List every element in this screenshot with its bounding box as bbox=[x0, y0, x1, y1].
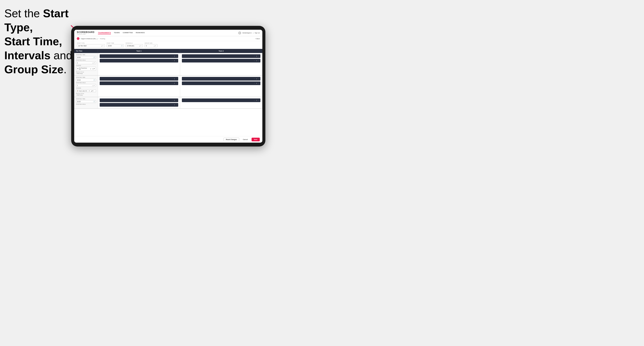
table-header: Tee Time Team 1 Team 2 bbox=[74, 49, 262, 53]
group-1-team1-cell: ··· ✕ ⋮ ··· ✕ ⋮ bbox=[98, 53, 180, 75]
group-1-add-link[interactable]: + Add Group bbox=[76, 73, 96, 74]
group-1-clock-icon: 🕐 bbox=[94, 57, 95, 58]
group-2-team1-cell: ··· ✕ ⋮ ··· ✕ ⋮ bbox=[98, 76, 180, 97]
group-1-left: STARTING TIME: 10:00 🕐 STARTING HOLE: 1 … bbox=[74, 53, 98, 75]
start-time-clock: 🕐 bbox=[121, 45, 122, 46]
group-3-team1-p2-remove[interactable]: ✕ bbox=[174, 104, 175, 106]
breadcrumb-bar: C Clippd Invitational (Ma...) > Hosting … bbox=[74, 36, 262, 41]
intervals-group: Intervals 10 Minutes ▲▼ bbox=[126, 42, 143, 47]
intervals-select[interactable]: 10 Minutes ▲▼ bbox=[126, 44, 143, 47]
group-1-team2-cell: ··· ✕ ⋮ ··· ✕ ⋮ bbox=[180, 53, 262, 75]
group-1-course-tag: 🗺 (A) Peachtree GC ✕ ▲▼ bbox=[76, 67, 96, 71]
group-1-start-time-input[interactable]: 10:00 🕐 bbox=[76, 56, 96, 59]
group-1-team1-p1-remove[interactable]: ✕ bbox=[174, 55, 175, 57]
start-time-value: 10:00 bbox=[108, 45, 112, 46]
start-time-label: Start Time bbox=[106, 42, 124, 44]
cancel-button[interactable]: Cancel bbox=[240, 138, 250, 141]
group-size-select[interactable]: 3 ▲▼ bbox=[144, 44, 158, 47]
instruction-line2: Start Time, bbox=[4, 35, 62, 48]
group-2-course-arrow[interactable]: ▲▼ bbox=[91, 90, 94, 92]
top-nav: SCOREBOARD Powered by clippd TOURNAMENTS… bbox=[74, 30, 262, 36]
group-3-team1-player1: ··· ✕ ⋮ bbox=[100, 98, 178, 102]
group-size-value: 3 bbox=[146, 45, 147, 46]
logo-text: SCOREBOARD bbox=[77, 31, 94, 33]
group-2-remove-link[interactable]: Remove Group bbox=[76, 93, 96, 94]
group-1-hole-input[interactable]: 1 ▲▼ bbox=[76, 61, 96, 64]
group-3-team2-cell: ··· ✕ ⋮ bbox=[180, 97, 262, 108]
group-1-team2-player2: ··· ✕ ⋮ bbox=[182, 59, 260, 62]
group-row-1: STARTING TIME: 10:00 🕐 STARTING HOLE: 1 … bbox=[74, 53, 262, 76]
breadcrumb-logo: C bbox=[77, 37, 80, 40]
group-2-course-x[interactable]: ✕ bbox=[89, 90, 90, 92]
tablet-frame: SCOREBOARD Powered by clippd TOURNAMENTS… bbox=[71, 26, 265, 147]
group-2-course-tag: 🏌 East Lake GC ✕ ▲▼ bbox=[76, 89, 96, 92]
group-1-links: Remove Group + Add Group bbox=[76, 71, 96, 74]
sign-out-link[interactable]: Sign out bbox=[254, 32, 260, 34]
group-1-team2-player1: ··· ✕ ⋮ bbox=[182, 54, 260, 58]
instruction-line3-bold: Intervals bbox=[4, 49, 50, 62]
group-3-hole-label: STARTING HOLE: bbox=[76, 104, 96, 105]
group-1-team2-p1-remove[interactable]: ✕ bbox=[256, 55, 257, 57]
group-3-row: STARTING TIME: 10:20 🕐 STARTING HOLE: ··… bbox=[74, 97, 262, 108]
logo-area: SCOREBOARD Powered by clippd bbox=[77, 31, 94, 35]
instruction-line1: Set the Start Type, bbox=[4, 7, 68, 34]
group-size-label: Group Size bbox=[144, 42, 158, 44]
group-2-start-time-input[interactable]: 10:10 🕐 bbox=[76, 79, 96, 81]
nav-separator: | bbox=[253, 32, 253, 34]
schedule-table: Tee Time Team 1 Team 2 STARTING TIME: 10… bbox=[74, 49, 262, 136]
group-2-start-time-label: STARTING TIME: bbox=[76, 77, 96, 78]
group-2-team2-player1: ··· ✕ ⋮ bbox=[182, 77, 260, 81]
group-2-team2-cell: ··· ✕ ⋮ ··· ✕ ⋮ bbox=[180, 76, 262, 97]
group-row-2: STARTING TIME: 10:10 🕐 STARTING HOLE: 1 … bbox=[74, 76, 262, 97]
group-3-team2-player1: ··· ✕ ⋮ bbox=[182, 98, 260, 102]
nav-link-tournaments[interactable]: TOURNAMENTS bbox=[98, 31, 111, 34]
group-row-3: STARTING TIME: 10:20 🕐 STARTING HOLE: ··… bbox=[74, 97, 262, 109]
breadcrumb-current: Hosting bbox=[100, 38, 105, 39]
breadcrumb-tournament[interactable]: Clippd Invitational (Ma...) bbox=[81, 38, 97, 39]
nav-link-teams[interactable]: TEAMS bbox=[114, 31, 120, 34]
group-1-course-name: (A) Peachtree GC bbox=[79, 67, 89, 70]
group-2-team1-p1-remove[interactable]: ✕ bbox=[174, 78, 175, 79]
group-1-team2-p2-remove[interactable]: ✕ bbox=[256, 60, 257, 61]
back-button[interactable]: < Back bbox=[255, 38, 260, 39]
group-1-remove-link[interactable]: Remove Group bbox=[76, 71, 96, 73]
group-1-team1-p2-remove[interactable]: ✕ bbox=[174, 60, 175, 61]
group-2-team2-p1-remove[interactable]: ✕ bbox=[256, 78, 257, 79]
instruction-block: Set the Start Type, Start Time, Interval… bbox=[4, 6, 73, 76]
group-1-course-x[interactable]: ✕ bbox=[90, 68, 91, 70]
group-1-row: STARTING TIME: 10:00 🕐 STARTING HOLE: 1 … bbox=[74, 53, 262, 75]
group-2-team1-player2: ··· ✕ ⋮ bbox=[100, 81, 178, 85]
start-time-group: Start Time 10:00 🕐 bbox=[106, 42, 124, 47]
th-tee-time: Tee Time bbox=[74, 49, 98, 53]
group-3-start-time-input[interactable]: 10:20 🕐 bbox=[76, 100, 96, 103]
group-3-team2-p1-remove[interactable]: ✕ bbox=[256, 100, 257, 101]
group-2-clock-icon: 🕐 bbox=[94, 79, 95, 81]
instruction-line4-post: . bbox=[64, 63, 66, 76]
group-size-group: Group Size 3 ▲▼ bbox=[144, 42, 158, 47]
reset-changes-button[interactable]: Reset Changes bbox=[224, 138, 239, 141]
group-2-hole-input[interactable]: 1 ▲▼ bbox=[76, 84, 96, 87]
group-2-team1-player1: ··· ✕ ⋮ bbox=[100, 77, 178, 81]
group-2-team1-p2-remove[interactable]: ✕ bbox=[174, 83, 175, 84]
intervals-value: 10 Minutes bbox=[127, 45, 134, 46]
group-2-add-link[interactable]: + Add Group bbox=[76, 94, 96, 96]
start-time-select[interactable]: 10:00 🕐 bbox=[106, 44, 124, 47]
start-type-label: Start Type bbox=[77, 42, 105, 44]
group-1-team1-player2: ··· ✕ ⋮ bbox=[100, 59, 178, 62]
group-3-team1-p1-remove[interactable]: ✕ bbox=[174, 100, 175, 101]
group-3-team1-cell: ··· ✕ ⋮ ··· ✕ ⋮ bbox=[98, 97, 180, 108]
group-2-team2-p2-remove[interactable]: ✕ bbox=[256, 83, 257, 84]
group-1-course-arrow[interactable]: ▲▼ bbox=[92, 68, 95, 69]
instruction-line3-post: and bbox=[50, 49, 72, 62]
course-1-map-icon: 🗺 bbox=[77, 68, 78, 69]
course-2-map-icon: 🏌 bbox=[77, 90, 78, 92]
instruction-line4-bold: Group Size bbox=[4, 63, 64, 76]
group-size-chevron: ▲▼ bbox=[154, 45, 156, 46]
group-1-course-label: COURSE: bbox=[76, 65, 96, 66]
group-1-start-time-label: STARTING TIME: bbox=[76, 54, 96, 55]
save-button[interactable]: Save bbox=[252, 138, 260, 141]
nav-link-committee[interactable]: COMMITTEE bbox=[123, 31, 133, 34]
start-type-select[interactable]: 1st Tee Start ▲▼ bbox=[77, 44, 105, 47]
group-2-hole-arrow: ▲▼ bbox=[92, 85, 95, 86]
nav-link-rankings[interactable]: RANKINGS bbox=[136, 31, 145, 34]
